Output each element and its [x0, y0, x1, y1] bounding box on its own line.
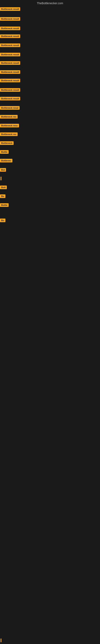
- bottleneck-badge-18[interactable]: Bottlenec: [0, 159, 12, 162]
- bottleneck-result-4[interactable]: Bottleneck result: [0, 34, 20, 39]
- bottleneck-result-1[interactable]: Bottleneck result: [0, 7, 20, 12]
- bottleneck-result-13[interactable]: Bottleneck res: [0, 115, 18, 119]
- bottleneck-result-3[interactable]: Bottleneck result: [0, 26, 20, 31]
- bottleneck-bar-20: [0, 177, 1, 180]
- bottleneck-result-6[interactable]: Bottleneck result: [0, 53, 20, 57]
- bottleneck-badge-6[interactable]: Bottleneck result: [0, 53, 20, 56]
- bottleneck-result-10[interactable]: Bottleneck result: [0, 88, 20, 92]
- bottleneck-badge-3[interactable]: Bottleneck result: [0, 26, 20, 30]
- bottleneck-result-18[interactable]: Bottlenec: [0, 159, 12, 163]
- bottleneck-result-11[interactable]: Bottleneck result: [0, 97, 20, 101]
- site-title: TheBottlenecker.com: [0, 0, 100, 6]
- bottleneck-bar-25: [0, 638, 1, 642]
- bottleneck-result-22[interactable]: Bo: [0, 194, 5, 199]
- bottleneck-badge-8[interactable]: Bottleneck result: [0, 70, 20, 74]
- bottleneck-badge-2[interactable]: Bottleneck result: [0, 17, 20, 21]
- bottleneck-badge-22[interactable]: Bo: [0, 194, 5, 198]
- bottleneck-badge-24[interactable]: Bo: [0, 218, 5, 222]
- bottleneck-badge-11[interactable]: Bottleneck result: [0, 97, 20, 100]
- bottleneck-result-5[interactable]: Bottleneck result: [0, 44, 20, 48]
- bottleneck-result-23[interactable]: Bottle: [0, 203, 9, 208]
- bottleneck-result-8[interactable]: Bottleneck result: [0, 70, 20, 75]
- bottleneck-badge-10[interactable]: Bottleneck result: [0, 88, 20, 92]
- bottleneck-result-15[interactable]: Bottleneck res: [0, 132, 18, 137]
- bottleneck-result-24[interactable]: Bo: [0, 218, 5, 223]
- bottleneck-badge-9[interactable]: Bottleneck result: [0, 79, 20, 82]
- bottleneck-badge-17[interactable]: Bottle: [0, 150, 9, 154]
- bottleneck-badge-23[interactable]: Bottle: [0, 203, 9, 207]
- bottleneck-result-12[interactable]: Bottleneck resul: [0, 106, 20, 110]
- bottleneck-badge-4[interactable]: Bottleneck result: [0, 34, 20, 38]
- bottleneck-badge-19[interactable]: Bot: [0, 168, 6, 172]
- bottleneck-badge-21[interactable]: Bott: [0, 186, 7, 189]
- bottleneck-result-2[interactable]: Bottleneck result: [0, 17, 20, 22]
- bottleneck-result-21[interactable]: Bott: [0, 186, 7, 190]
- bottleneck-badge-1[interactable]: Bottleneck result: [0, 7, 20, 11]
- bottleneck-result-7[interactable]: Bottleneck result: [0, 61, 20, 66]
- bottleneck-badge-15[interactable]: Bottleneck res: [0, 132, 18, 136]
- bottleneck-result-17[interactable]: Bottle: [0, 150, 9, 154]
- bottleneck-badge-16[interactable]: Bottleneck: [0, 141, 14, 145]
- bottleneck-result-19[interactable]: Bot: [0, 168, 6, 172]
- bottleneck-badge-12[interactable]: Bottleneck resul: [0, 106, 20, 110]
- bottleneck-result-14[interactable]: Bottleneck resu: [0, 124, 19, 128]
- bottleneck-badge-14[interactable]: Bottleneck resu: [0, 124, 19, 128]
- bottleneck-badge-5[interactable]: Bottleneck result: [0, 44, 20, 47]
- bottleneck-badge-7[interactable]: Bottleneck result: [0, 61, 20, 65]
- bottleneck-badge-13[interactable]: Bottleneck res: [0, 115, 18, 118]
- bottleneck-result-9[interactable]: Bottleneck result: [0, 79, 20, 83]
- bottleneck-result-16[interactable]: Bottleneck: [0, 141, 14, 146]
